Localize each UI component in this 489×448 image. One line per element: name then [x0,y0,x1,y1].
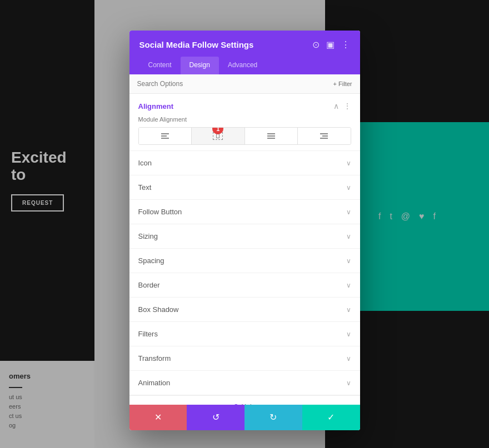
align-left-button[interactable] [139,128,192,144]
align-center-button[interactable]: 1 [192,128,245,144]
filter-label: + Filter [333,80,352,87]
module-alignment-label: Module Alignment [138,116,351,123]
center-box-inner [216,134,219,138]
section-border-label: Border [138,281,160,289]
chevron-icon: ∨ [346,330,351,338]
reset-button[interactable]: ↺ [187,405,244,430]
panel-header: Social Media Follow Settings ⊙ ▣ ⋮ Conte… [129,31,360,74]
chevron-icon: ∨ [346,208,351,216]
alignment-section: Alignment ∧ ⋮ Module Alignment [129,94,360,151]
section-sizing-row[interactable]: Sizing ∨ [129,224,360,249]
panel-title-row: Social Media Follow Settings ⊙ ▣ ⋮ [139,39,350,50]
section-spacing-row[interactable]: Spacing ∨ [129,249,360,273]
panel-tabs: Content Design Advanced [139,57,350,74]
panel-header-icons: ⊙ ▣ ⋮ [312,39,350,50]
tab-design[interactable]: Design [181,57,219,74]
align-right-button[interactable] [298,128,351,144]
reset-icon: ↺ [212,412,219,422]
section-spacing-label: Spacing [138,256,164,265]
action-bar: ✕ ↺ ↻ ✓ [129,405,360,430]
section-filters-label: Filters [138,330,158,338]
save-icon: ✓ [327,412,335,422]
collapse-icon[interactable]: ∧ [333,102,339,110]
alignment-title: Alignment [138,102,174,110]
section-icon-label: Icon [138,159,152,167]
section-boxshadow-row[interactable]: Box Shadow ∨ [129,298,360,322]
panel-body[interactable]: Alignment ∧ ⋮ Module Alignment [129,94,360,405]
justify-icon [267,133,275,139]
panel-title: Social Media Follow Settings [139,40,254,49]
section-sizing-label: Sizing [138,232,158,240]
section-header: Alignment ∧ ⋮ [138,102,351,110]
section-animation-label: Animation [138,379,171,387]
delete-button[interactable]: ✕ [129,405,187,430]
chevron-icon: ∨ [346,184,351,192]
chevron-icon: ∨ [346,306,351,314]
section-follow-button-row[interactable]: Follow Button ∨ [129,200,360,224]
panel-footer: ? Help [129,395,360,405]
section-animation-row[interactable]: Animation ∨ [129,371,360,395]
section-border-row[interactable]: Border ∨ [129,273,360,298]
redo-icon: ↻ [270,412,277,422]
redo-button[interactable]: ↻ [244,405,302,430]
save-button[interactable]: ✓ [302,405,360,430]
more-icon[interactable]: ⋮ [341,39,350,50]
align-justify-button[interactable] [245,128,298,144]
section-icon-row[interactable]: Icon ∨ [129,151,360,175]
filter-button[interactable]: + Filter [333,80,352,87]
chevron-icon: ∨ [346,281,351,289]
tab-content[interactable]: Content [139,57,181,74]
section-transform-row[interactable]: Transform ∨ [129,346,360,371]
section-text-label: Text [138,183,152,192]
delete-icon: ✕ [154,412,162,422]
chevron-icon: ∨ [346,159,351,167]
section-follow-button-label: Follow Button [138,208,182,216]
section-transform-label: Transform [138,354,171,363]
modal-overlay: Social Media Follow Settings ⊙ ▣ ⋮ Conte… [0,0,489,448]
search-input[interactable] [137,80,333,88]
chevron-icon: ∨ [346,233,351,240]
align-left-icon [161,133,169,139]
split-icon[interactable]: ▣ [326,39,335,50]
section-filters-row[interactable]: Filters ∨ [129,322,360,346]
chevron-icon: ∨ [346,257,351,265]
section-header-icons: ∧ ⋮ [333,102,351,110]
chevron-icon: ∨ [346,355,351,363]
search-bar: + Filter [129,74,360,94]
chevron-icon: ∨ [346,379,351,387]
section-text-row[interactable]: Text ∨ [129,175,360,200]
alignment-buttons: 1 [138,127,351,145]
settings-icon[interactable]: ⊙ [312,39,320,50]
section-more-icon[interactable]: ⋮ [343,102,351,110]
section-boxshadow-label: Box Shadow [138,305,179,314]
align-right-icon [320,133,328,139]
settings-panel: Social Media Follow Settings ⊙ ▣ ⋮ Conte… [129,31,360,430]
tab-advanced[interactable]: Advanced [219,57,266,74]
